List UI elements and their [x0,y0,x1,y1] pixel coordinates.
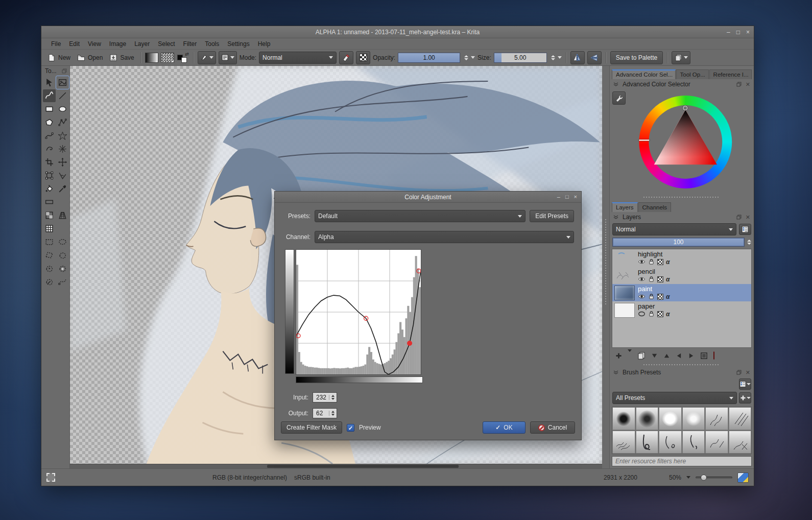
move-layer-left-button[interactable] [676,352,682,359]
swap-colors-icon[interactable]: ⇄ [185,52,189,57]
tab-advanced-color-selector[interactable]: Advanced Color Sel... [612,69,676,79]
window-close-button[interactable]: × [746,29,750,35]
preserve-alpha-button[interactable] [356,51,370,64]
layer-thumbnail[interactable] [614,251,635,266]
duplicate-layer-button[interactable] [637,351,646,360]
brush-preset-pen-hatch[interactable] [729,407,752,430]
pattern-swatch[interactable] [161,53,174,63]
tab-reference-images[interactable]: Reference I... [709,69,752,79]
color-selector-settings-button[interactable] [612,91,626,105]
mirror-horizontal-button[interactable] [570,51,585,64]
color-managed-icon[interactable] [737,472,749,483]
menu-edit[interactable]: Edit [65,39,83,49]
tool-select-shapes[interactable] [43,76,56,89]
menu-view[interactable]: View [84,39,105,49]
layer-name[interactable]: pencil [638,268,749,275]
tool-select-magnetic[interactable] [43,275,56,288]
layer-thumbnail[interactable] [614,303,635,318]
layer-lock-icon[interactable] [648,258,655,265]
input-spinbox[interactable]: 232 [313,392,337,403]
brush-editor-button[interactable] [219,51,237,64]
window-titlebar[interactable]: ALPHA 1: unnamed - 2013-07-11_meh-angel-… [41,26,754,38]
tab-tool-options[interactable]: Tool Op... [676,69,709,79]
mirror-vertical-button[interactable] [587,51,602,64]
brush-preset-ink-c-curve[interactable] [659,431,682,454]
tool-rectangle[interactable] [43,103,56,115]
zoom-caret-icon[interactable] [686,476,690,479]
brush-preset-ink-s-curve[interactable] [682,431,705,454]
tab-channels[interactable]: Channels [638,202,672,212]
layer-visibility-icon[interactable] [638,311,646,317]
layer-lock-icon[interactable] [648,293,655,300]
close-docker-icon[interactable]: ✕ [746,82,750,87]
move-layer-up-button[interactable] [663,352,670,359]
channel-combobox[interactable]: Alpha [315,231,574,243]
tab-layers[interactable]: Layers [612,202,638,212]
curve-editor[interactable] [296,249,421,375]
close-docker-icon[interactable]: ✕ [746,370,750,375]
save-button[interactable]: Save [107,53,136,63]
tool-reference-images[interactable] [56,76,69,89]
layer-visibility-icon[interactable] [638,294,646,299]
gradient-swatch[interactable] [145,53,158,63]
brush-preset-ink-swirl[interactable] [636,431,659,454]
spin-arrows-icon[interactable] [329,411,337,416]
float-docker-icon[interactable] [736,215,742,220]
layer-row-highlight[interactable]: highlightα [612,249,751,267]
docker-splitter[interactable] [602,66,609,468]
brush-preset-pencil-zigzag[interactable] [705,431,728,454]
tool-dynamic-brush[interactable] [43,143,56,155]
alpha-lock-icon[interactable]: α [666,259,670,265]
tool-select-rectangular[interactable] [43,235,56,248]
inherit-alpha-icon[interactable] [657,311,663,317]
eraser-mode-button[interactable] [339,51,353,64]
layer-opacity-spin-buttons[interactable] [747,240,751,245]
edit-presets-button[interactable]: Edit Presets [530,210,574,222]
tool-polygon[interactable] [43,116,56,129]
resource-filter-input[interactable]: Enter resource filters here [612,456,752,466]
tool-move[interactable] [56,156,69,169]
tool-color-picker[interactable] [56,182,69,195]
layer-thumbnail[interactable] [614,286,635,300]
alpha-lock-icon[interactable]: α [666,294,670,300]
tool-multibrush[interactable] [56,143,69,155]
preset-filter-combobox[interactable]: All Presets [612,392,737,404]
collapse-icon[interactable] [613,82,618,86]
collapse-icon[interactable] [613,370,618,374]
create-filter-mask-button[interactable]: Create Filter Mask [281,421,342,434]
tool-line[interactable] [56,89,69,102]
background-color[interactable] [181,57,187,63]
delete-layer-button[interactable] [713,352,714,359]
brush-preset-airbrush-dark[interactable] [612,407,635,430]
cancel-button[interactable]: Cancel [530,421,575,434]
layer-row-paper[interactable]: paperα [612,301,751,319]
workspace-chooser-button[interactable] [672,51,690,64]
add-layer-caret[interactable] [628,352,632,359]
opacity-spin-buttons[interactable] [464,55,468,60]
layer-row-paint[interactable]: paintα [612,284,751,301]
tool-perspective-grid[interactable] [56,209,69,222]
brush-preset-airbrush-soft[interactable] [636,407,659,430]
window-maximize-button[interactable]: □ [736,29,740,35]
collapse-icon[interactable] [613,215,618,219]
inherit-alpha-icon[interactable] [657,276,663,282]
add-layer-button[interactable] [615,352,622,359]
layer-blend-mode-combobox[interactable]: Normal [612,223,736,235]
tool-bezier-curve[interactable] [43,129,56,142]
opacity-caret-icon[interactable] [471,56,475,59]
menu-file[interactable]: File [47,39,64,49]
docker-separator[interactable] [643,197,720,198]
layer-row-pencil[interactable]: pencilα [612,267,751,284]
menu-settings[interactable]: Settings [224,39,253,49]
close-docker-icon[interactable]: ✕ [746,215,750,220]
brush-preset-smudge-soft[interactable] [682,407,705,430]
tool-gradient[interactable] [43,196,56,208]
save-to-palette-button[interactable]: Save to Palette [610,51,663,64]
tool-select-freehand[interactable] [56,249,69,262]
menu-layer[interactable]: Layer [131,39,153,49]
window-minimize-button[interactable]: – [727,29,730,35]
preset-view-mode-button[interactable] [739,379,751,390]
layer-opacity-slider[interactable]: 100 [612,238,745,247]
add-preset-button[interactable] [739,392,751,404]
presets-combobox[interactable]: Default [315,210,526,222]
